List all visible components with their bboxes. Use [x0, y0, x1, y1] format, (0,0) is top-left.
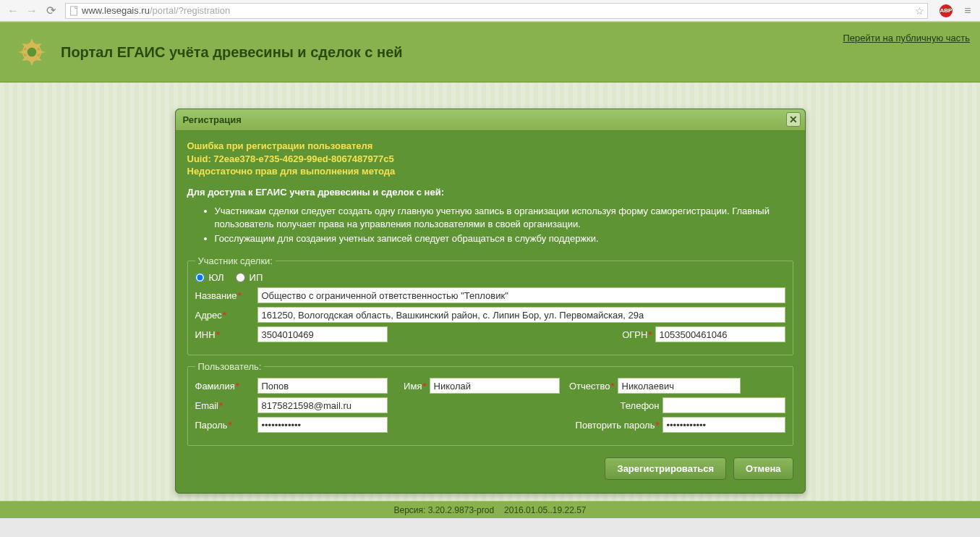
page-icon — [69, 6, 79, 16]
url-text: www.lesegais.ru/portal/?registration — [82, 5, 230, 16]
firstname-label: Имя* — [391, 381, 427, 392]
cancel-button[interactable]: Отмена — [733, 457, 793, 480]
participant-fieldset: Участник сделки: ЮЛ ИП Название* Адрес* … — [187, 255, 793, 355]
password2-label: Повторить пароль* — [566, 420, 660, 431]
radio-legal-entity[interactable] — [195, 273, 205, 282]
bookmark-star-icon[interactable]: ☆ — [915, 5, 924, 17]
version-text: Версия: 3.20.2.9873-prod — [393, 505, 494, 515]
password2-input[interactable] — [662, 417, 785, 433]
footer: Версия: 3.20.2.9873-prod 2016.01.05..19.… — [0, 501, 980, 518]
email-input[interactable] — [257, 397, 388, 413]
adblock-icon[interactable]: ABP — [939, 4, 953, 17]
close-icon[interactable]: ✕ — [786, 112, 801, 127]
address-label: Адрес* — [195, 310, 255, 321]
password-input[interactable] — [257, 417, 388, 433]
svg-point-2 — [27, 47, 37, 57]
public-portal-link[interactable]: Перейти на публичную часть — [843, 33, 970, 43]
patronymic-label: Отчество* — [563, 381, 615, 392]
ogrn-label: ОГРН* — [616, 329, 652, 340]
svg-rect-0 — [71, 6, 77, 14]
radio-label-ip: ИП — [250, 272, 263, 283]
error-message: Ошибка при регистрации пользователя Uuid… — [187, 140, 793, 178]
radio-individual[interactable] — [236, 273, 245, 282]
patronymic-input[interactable] — [618, 378, 741, 394]
user-legend: Пользователь: — [195, 361, 265, 372]
browser-menu-icon[interactable]: ≡ — [961, 4, 974, 17]
inn-label: ИНН* — [195, 329, 255, 340]
phone-label: Телефон — [608, 400, 660, 411]
register-button[interactable]: Зарегистрироваться — [605, 457, 726, 480]
ogrn-input[interactable] — [655, 326, 785, 342]
modal-body: Ошибка при регистрации пользователя Uuid… — [176, 131, 805, 493]
password-label: Пароль* — [195, 420, 255, 431]
email-label: Email* — [195, 400, 255, 411]
button-row: Зарегистрироваться Отмена — [187, 457, 793, 480]
back-button[interactable]: ← — [6, 4, 20, 18]
modal-header: Регистрация ✕ — [176, 109, 805, 131]
site-title: Портал ЕГАИС учёта древесины и сделок с … — [61, 44, 403, 61]
site-logo — [13, 33, 51, 71]
radio-label-ul: ЮЛ — [209, 272, 224, 283]
browser-toolbar: ← → ⟳ www.lesegais.ru/portal/?registrati… — [0, 0, 980, 22]
lastname-label: Фамилия* — [195, 381, 255, 392]
reload-button[interactable]: ⟳ — [43, 4, 58, 18]
firstname-input[interactable] — [430, 378, 560, 394]
name-input[interactable] — [257, 287, 785, 303]
build-date: 2016.01.05..19.22.57 — [504, 505, 586, 515]
intro-text: Для доступа к ЕГАИС учета древесины и сд… — [187, 187, 793, 198]
phone-input[interactable] — [662, 397, 785, 413]
address-input[interactable] — [257, 307, 785, 323]
inn-input[interactable] — [257, 326, 388, 342]
registration-modal: Регистрация ✕ Ошибка при регистрации пол… — [175, 109, 806, 494]
list-item: Госслужащим для создания учетных записей… — [215, 232, 793, 245]
address-bar[interactable]: www.lesegais.ru/portal/?registration ☆ — [65, 3, 928, 19]
intro-list: Участникам сделки следует создать одну г… — [215, 205, 793, 246]
lastname-input[interactable] — [257, 378, 388, 394]
name-label: Название* — [195, 290, 255, 301]
user-fieldset: Пользователь: Фамилия* Имя* Отчество* Em… — [187, 361, 793, 446]
modal-title: Регистрация — [183, 114, 242, 125]
site-header: Портал ЕГАИС учёта древесины и сделок с … — [0, 22, 980, 83]
list-item: Участникам сделки следует создать одну г… — [215, 205, 793, 231]
participant-legend: Участник сделки: — [195, 255, 276, 266]
page-background: Регистрация ✕ Ошибка при регистрации пол… — [0, 83, 980, 518]
forward-button[interactable]: → — [25, 4, 39, 18]
